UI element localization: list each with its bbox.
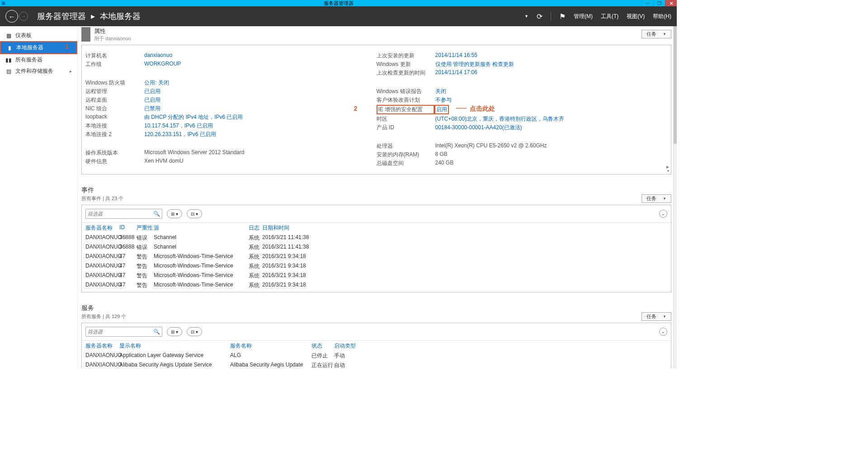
menu-tools[interactable]: 工具(T)	[601, 13, 618, 20]
services-filter[interactable]: 🔍	[85, 327, 162, 337]
col-start-type[interactable]: 启动类型	[334, 342, 667, 350]
property-value[interactable]: 10.117.54.157，IPv6 已启用	[144, 122, 213, 130]
window-title: 服务器管理器	[324, 0, 354, 7]
sidebar-item-label: 所有服务器	[15, 56, 42, 64]
col-id[interactable]: ID	[119, 224, 137, 232]
maximize-button[interactable]: ❐	[653, 0, 665, 6]
property-label: 操作系统版本	[85, 149, 144, 157]
menu-manage[interactable]: 管理(M)	[574, 13, 593, 20]
breadcrumb-location[interactable]: 本地服务器	[100, 12, 141, 21]
property-value[interactable]: 已启用	[144, 96, 160, 104]
events-query-button[interactable]: ⊟ ▾	[187, 209, 202, 218]
property-label: 硬件信息	[85, 158, 144, 165]
property-value[interactable]: 已禁用	[144, 105, 160, 113]
property-value[interactable]: 2014/11/14 17:06	[435, 69, 477, 77]
divider	[551, 12, 551, 21]
sidebar-item-label: 仪表板	[15, 32, 32, 39]
property-value[interactable]: danxiaonuo	[144, 52, 172, 60]
search-icon[interactable]: 🔍	[153, 329, 160, 335]
table-row[interactable]: DANXIAONUO47 警告Microsoft-Windows-Time-Se…	[82, 262, 671, 271]
close-button[interactable]: ✕	[665, 0, 677, 6]
col-display-name[interactable]: 显示名称	[119, 342, 230, 350]
scroll-indicator[interactable]: ▶▼	[666, 165, 670, 173]
property-value[interactable]: 2014/11/14 16:55	[435, 52, 477, 60]
app-icon: ▣	[1, 0, 5, 5]
table-row[interactable]: DANXIAONUO47 警告Microsoft-Windows-Time-Se…	[82, 290, 671, 292]
annotation-click-here: 点击此处	[470, 105, 495, 114]
col-service-name[interactable]: 服务名称	[230, 342, 311, 350]
property-value[interactable]: 公用: 关闭	[144, 79, 169, 87]
events-options-button[interactable]: ⊞ ▾	[167, 209, 182, 218]
sidebar-item-label: 文件和存储服务	[15, 67, 53, 75]
events-table-header: 服务器名称 ID 严重性 源 日志 日期和时间	[82, 222, 671, 233]
services-expand-button[interactable]: ⌄	[659, 328, 667, 336]
table-row[interactable]: DANXIAONUO36888 错误Schannel 系统2016/3/21 1…	[82, 233, 671, 243]
property-value[interactable]: 00184-30000-00001-AA420(已激活)	[435, 124, 522, 132]
menu-view[interactable]: 视图(V)	[627, 13, 645, 20]
servers-icon: ▮▮	[5, 57, 12, 63]
property-label: NIC 组合	[85, 105, 144, 113]
sidebar-item-dashboard[interactable]: ▦ 仪表板	[0, 30, 77, 41]
property-label: 总磁盘空间	[377, 160, 435, 167]
flag-icon[interactable]: ⚑	[559, 12, 566, 21]
table-row[interactable]: DANXIAONUO47 警告Microsoft-Windows-Time-Se…	[82, 252, 671, 262]
dropdown-icon[interactable]: ▼	[524, 14, 528, 19]
col-server[interactable]: 服务器名称	[85, 342, 119, 350]
property-value[interactable]: 由 DHCP 分配的 IPv4 地址，IPv6 已启用	[144, 113, 243, 121]
events-tasks-button[interactable]: 任务	[642, 194, 671, 203]
col-status[interactable]: 状态	[311, 342, 334, 350]
property-row: 操作系统版本Microsoft Windows Server 2012 Stan…	[85, 149, 377, 157]
refresh-icon[interactable]: ⟳	[537, 12, 542, 21]
tasks-button[interactable]: 任务	[642, 30, 671, 38]
events-expand-button[interactable]: ⌄	[659, 210, 667, 218]
services-subtitle: 所有服务 | 共 129 个	[81, 313, 126, 320]
property-row: 时区(UTC+08:00)北京，重庆，香港特别行政区，乌鲁木齐	[377, 115, 668, 123]
table-row[interactable]: DANXIAONUOApplication Layer Gateway Serv…	[82, 351, 671, 361]
sidebar-item-all-servers[interactable]: ▮▮ 所有服务器	[0, 54, 77, 66]
events-panel: 🔍 ⊞ ▾ ⊟ ▾ ⌄ 服务器名称 ID 严重性 源 日志 日期和时间 DANX…	[81, 205, 671, 292]
services-query-button[interactable]: ⊟ ▾	[187, 327, 202, 336]
property-value[interactable]: 120.26.233.151，IPv6 已启用	[144, 131, 216, 138]
nav-back-button[interactable]: ←	[5, 10, 18, 23]
property-value[interactable]: 关闭	[435, 88, 446, 95]
breadcrumb: 服务器管理器 ▸ 本地服务器	[37, 11, 141, 22]
property-value[interactable]: WORKGROUP	[144, 61, 181, 68]
ie-esc-row-highlight: IE 增强的安全配置	[377, 105, 434, 114]
table-row[interactable]: DANXIAONUOAlibaba Security Aegis Update …	[82, 361, 671, 368]
col-log[interactable]: 日志	[249, 224, 262, 232]
property-row: 工作组WORKGROUP	[85, 60, 377, 69]
property-value[interactable]: 已启用	[144, 88, 160, 95]
title-bar: ▣ 服务器管理器 ─ ❐ ✕	[0, 0, 677, 6]
events-filter-input[interactable]	[88, 211, 153, 216]
search-icon[interactable]: 🔍	[153, 211, 160, 217]
services-title: 服务	[81, 304, 94, 312]
property-value[interactable]: (UTC+08:00)北京，重庆，香港特别行政区，乌鲁木齐	[435, 115, 565, 123]
menu-help[interactable]: 帮助(H)	[653, 13, 671, 20]
col-server[interactable]: 服务器名称	[85, 224, 119, 232]
table-row[interactable]: DANXIAONUO47 警告Microsoft-Windows-Time-Se…	[82, 271, 671, 281]
property-row: 本地连接10.117.54.157，IPv6 已启用	[85, 122, 377, 130]
property-row: 本地连接 2120.26.233.151，IPv6 已启用	[85, 130, 377, 139]
property-row: NIC 组合已禁用	[85, 104, 377, 113]
table-row[interactable]: DANXIAONUO36888 错误Schannel 系统2016/3/21 1…	[82, 243, 671, 252]
breadcrumb-root[interactable]: 服务器管理器	[37, 12, 86, 21]
services-options-button[interactable]: ⊞ ▾	[167, 327, 182, 336]
nav-forward-button[interactable]: →	[19, 12, 28, 21]
col-severity[interactable]: 严重性	[137, 224, 154, 232]
table-row[interactable]: DANXIAONUO47 警告Microsoft-Windows-Time-Se…	[82, 281, 671, 290]
ie-esc-link[interactable]: 启用	[436, 106, 447, 113]
events-filter[interactable]: 🔍	[85, 209, 162, 219]
services-filter-input[interactable]	[88, 329, 153, 334]
minimize-button[interactable]: ─	[642, 0, 653, 6]
scrollbar[interactable]	[673, 26, 677, 368]
property-row: 客户体验改善计划不参与	[377, 96, 668, 104]
sidebar-item-file-storage[interactable]: ▤ 文件和存储服务 ▸	[0, 66, 77, 77]
col-source[interactable]: 源	[154, 224, 249, 232]
property-label: 客户体验改善计划	[377, 96, 435, 104]
annotation-2: 2	[354, 105, 358, 112]
col-datetime[interactable]: 日期和时间	[262, 224, 667, 232]
property-value: Microsoft Windows Server 2012 Standard	[144, 149, 244, 157]
property-value[interactable]: 不参与	[435, 96, 452, 104]
property-value[interactable]: 仅使用 管理的更新服务 检查更新	[435, 61, 514, 68]
services-tasks-button[interactable]: 任务	[642, 312, 671, 321]
